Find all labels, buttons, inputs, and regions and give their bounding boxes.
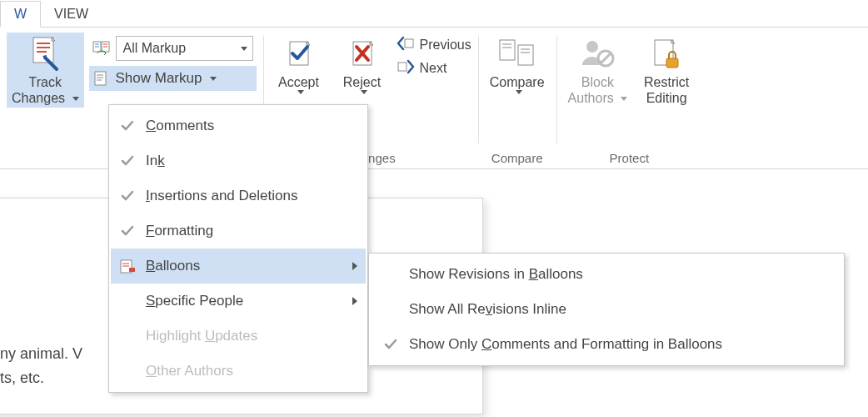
track-changes-button[interactable]: TrackChanges [7,33,84,108]
markup-mode-icon [92,39,111,58]
menu-item-label: Highlight Updates [146,328,257,344]
check-icon [117,189,137,203]
menu-item-label: Show Only Comments and Formatting in Bal… [409,336,722,353]
menu-item-formatting[interactable]: Formatting [111,214,366,249]
restrict-editing-button[interactable]: RestrictEditing [637,33,696,108]
menu-item-label: Other Authors [146,363,233,379]
show-markup-button[interactable]: Show Markup [89,66,257,91]
block-authors-button[interactable]: BlockAuthors [563,33,633,108]
svg-rect-10 [95,72,106,85]
chevron-down-icon [210,77,217,81]
menu-item-label: Comments [146,118,214,134]
compare-button[interactable]: Compare [485,33,550,96]
document-text: ny animal. V ts, etc. [0,342,82,390]
svg-rect-19 [518,45,533,65]
menu-item-ink[interactable]: Ink [111,143,366,178]
chevron-down-icon [297,90,304,94]
check-icon [117,154,137,168]
svg-line-26 [601,53,611,63]
group-label-protect: Protect [610,149,650,165]
svg-rect-28 [666,58,678,68]
tab-review[interactable]: W [0,1,41,28]
track-changes-icon [28,36,62,74]
menu-item-label: Formatting [146,223,213,239]
menu-item-label: Insertions and Deletions [146,188,297,204]
show-markup-label: Show Markup [116,70,202,87]
display-for-review-value: All Markup [123,41,187,56]
balloons-icon [117,258,137,274]
menu-item-label: Ink [146,153,165,169]
menu-item-show-revisions-balloons[interactable]: Show Revisions in Balloons [371,257,842,292]
menu-item-label: Show All Revisions Inline [409,301,566,318]
balloons-submenu: Show Revisions in Balloons Show All Revi… [368,253,845,366]
next-label: Next [420,61,447,76]
chevron-down-icon [516,90,522,94]
svg-point-24 [586,41,598,53]
restrict-editing-label: RestrictEditing [644,74,689,106]
svg-rect-18 [500,40,515,60]
check-icon [117,119,137,133]
reject-icon [346,36,379,74]
check-icon [381,338,401,351]
group-compare: Compare Compare [478,28,556,168]
menu-item-label: Specific People [146,293,243,309]
compare-label: Compare [490,74,545,90]
display-for-review-select[interactable]: All Markup [116,36,253,61]
group-protect: BlockAuthors RestrictEditing Protect [556,28,703,168]
menu-item-insertions-deletions[interactable]: Insertions and Deletions [111,178,366,214]
menu-item-show-all-inline[interactable]: Show All Revisions Inline [371,292,842,327]
accept-button[interactable]: Accept [270,33,328,96]
chevron-down-icon [361,90,367,94]
restrict-editing-icon [650,36,683,74]
svg-rect-32 [129,268,135,272]
group-label-compare: Compare [491,149,543,165]
track-changes-label: TrackChanges [12,74,79,106]
reject-label: Reject [343,74,381,90]
menu-item-comments[interactable]: Comments [111,108,366,143]
tab-view[interactable]: VIEW [41,2,102,27]
block-authors-label: BlockAuthors [568,74,628,106]
compare-icon [496,36,538,74]
block-authors-icon [579,36,616,74]
menu-item-other-authors: Other Authors [111,354,366,389]
show-markup-icon [92,69,111,88]
chevron-right-icon [352,262,357,270]
svg-rect-16 [405,39,413,48]
previous-icon [397,36,415,54]
next-icon [397,59,415,78]
accept-icon [282,36,316,74]
next-change-button[interactable]: Next [397,59,471,78]
menu-item-specific-people[interactable]: Specific People [111,284,366,319]
menu-item-balloons[interactable]: Balloons [111,249,366,284]
previous-change-button[interactable]: Previous [397,36,471,54]
show-markup-menu: Comments Ink Insertions and Deletions Fo… [108,104,368,393]
svg-rect-0 [33,38,53,63]
accept-label: Accept [278,74,319,90]
menu-item-label: Show Revisions in Balloons [409,266,583,283]
menu-item-label: Balloons [146,258,200,274]
chevron-down-icon [241,47,247,51]
previous-label: Previous [420,38,471,53]
reject-button[interactable]: Reject [333,33,392,96]
menu-item-show-only-comments[interactable]: Show Only Comments and Formatting in Bal… [371,327,842,362]
menu-item-highlight-updates: Highlight Updates [111,319,366,354]
check-icon [117,224,137,238]
svg-rect-17 [398,63,407,71]
chevron-right-icon [352,297,357,305]
